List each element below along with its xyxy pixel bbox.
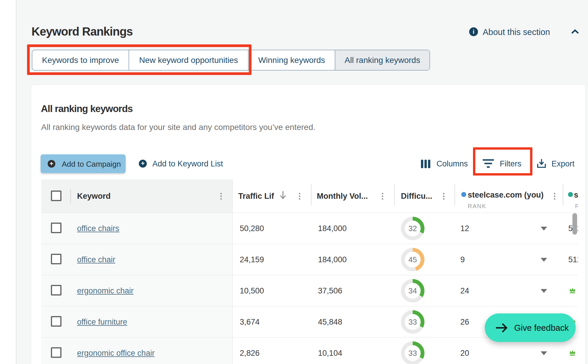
svg-text:34: 34: [409, 286, 417, 295]
svg-text:33: 33: [409, 318, 417, 326]
svg-text:45: 45: [409, 255, 417, 264]
svg-text:32: 32: [409, 224, 417, 233]
svg-text:33: 33: [409, 349, 417, 358]
